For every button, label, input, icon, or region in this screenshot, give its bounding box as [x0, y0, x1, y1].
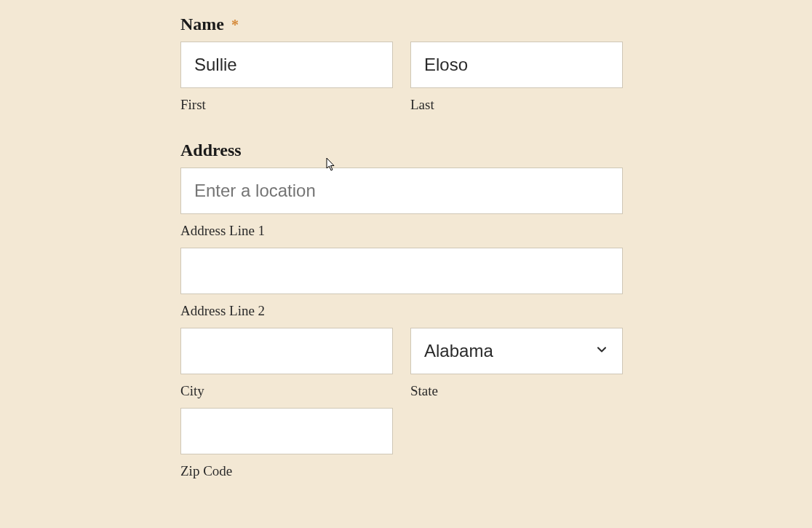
last-name-input[interactable]: [410, 42, 623, 88]
first-name-input[interactable]: [180, 42, 393, 88]
last-name-sublabel: Last: [410, 97, 623, 113]
address-section-label: Address: [180, 141, 623, 160]
first-name-sublabel: First: [180, 97, 393, 113]
address-line1-sublabel: Address Line 1: [180, 223, 623, 239]
address-line2-input[interactable]: [180, 248, 623, 294]
required-asterisk: *: [231, 17, 239, 33]
zip-code-sublabel: Zip Code: [180, 463, 393, 479]
chevron-down-icon: [594, 341, 609, 361]
address-line1-input[interactable]: [180, 168, 623, 214]
city-sublabel: City: [180, 383, 393, 399]
zip-code-input[interactable]: [180, 408, 393, 454]
state-sublabel: State: [410, 383, 623, 399]
address-line2-sublabel: Address Line 2: [180, 303, 623, 319]
city-input[interactable]: [180, 328, 393, 374]
name-label-text: Name: [180, 15, 224, 34]
name-section-label: Name *: [180, 15, 623, 34]
state-select[interactable]: Alabama: [410, 328, 623, 374]
state-selected-value: Alabama: [424, 341, 493, 361]
